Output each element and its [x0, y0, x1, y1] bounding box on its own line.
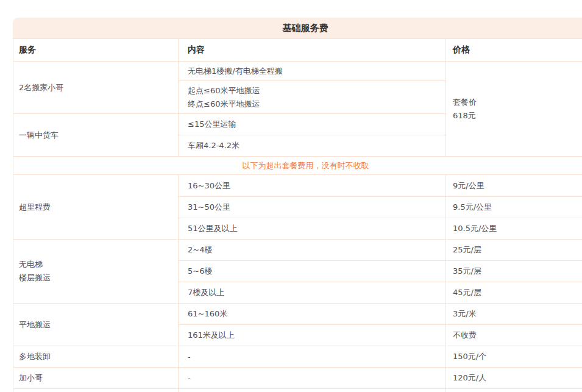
service-cell-stairs: 无电梯 楼层搬运: [13, 240, 179, 304]
table-row: 超里程费 16~30公里 9元/公里: [13, 175, 582, 197]
content-cell: 61~160米: [179, 304, 446, 325]
price-cell: 不收费: [446, 325, 582, 346]
table-row: 多地装卸 - 150元/个: [13, 346, 582, 368]
service-cell-truck: 一辆中货车: [13, 114, 179, 157]
package-price-label: 套餐价: [453, 96, 582, 109]
column-header-price: 价格: [446, 39, 582, 62]
service-cell-multi-stop: 多地装卸: [13, 346, 179, 368]
notice-row: 以下为超出套餐费用，没有时不收取: [13, 157, 582, 175]
price-cell: 120元/人: [446, 368, 582, 389]
price-cell: 3元/米: [446, 304, 582, 325]
content-cell: 7楼及以上: [179, 282, 446, 304]
price-cell-package: 套餐价 618元: [446, 62, 582, 157]
notice-text: 以下为超出套餐费用，没有时不收取: [13, 157, 582, 175]
content-line-start: 起点≤60米平地搬运: [188, 84, 445, 98]
content-line-end: 终点≤60米平地搬运: [188, 98, 445, 111]
service-line-1: 无电梯: [19, 258, 178, 271]
content-cell: [179, 389, 446, 392]
page: 基础服务费 服务 内容 价格 2名搬家小哥 无电梯1楼搬/有电梯全程搬 套餐价 …: [0, 0, 582, 392]
content-cell-truck-size: 车厢4.2-4.2米: [179, 135, 446, 157]
content-cell: 161米及以上: [179, 325, 446, 346]
content-cell: -: [179, 368, 446, 389]
service-cell-extra-worker: 加小哥: [13, 368, 179, 389]
column-header-content: 内容: [179, 39, 446, 62]
price-cell: 45元/层: [446, 282, 582, 304]
table-row-partial: [13, 389, 582, 392]
price-cell: 10.5元/公里: [446, 218, 582, 240]
content-cell-elevator: 无电梯1楼搬/有电梯全程搬: [179, 62, 446, 81]
content-cell-ground-distance: 起点≤60米平地搬运 终点≤60米平地搬运: [179, 81, 446, 114]
price-cell: 9元/公里: [446, 175, 582, 197]
table-row: 无电梯 楼层搬运 2~4楼 25元/层: [13, 240, 582, 261]
table-title: 基础服务费: [13, 18, 582, 38]
table-row: 加小哥 - 120元/人: [13, 368, 582, 389]
content-cell: 31~50公里: [179, 197, 446, 218]
price-cell: 25元/层: [446, 240, 582, 261]
service-cell-movers: 2名搬家小哥: [13, 62, 179, 114]
content-cell: 16~30公里: [179, 175, 446, 197]
table-row: 平地搬运 61~160米 3元/米: [13, 304, 582, 325]
service-line-2: 楼层搬运: [19, 271, 178, 285]
table-row: 2名搬家小哥 无电梯1楼搬/有电梯全程搬 套餐价 618元: [13, 62, 582, 81]
content-cell-transport: ≤15公里运输: [179, 114, 446, 135]
column-header-row: 服务 内容 价格: [13, 39, 582, 62]
column-header-service: 服务: [13, 39, 179, 62]
price-table-card: 基础服务费 服务 内容 价格 2名搬家小哥 无电梯1楼搬/有电梯全程搬 套餐价 …: [13, 18, 582, 392]
service-cell-mileage: 超里程费: [13, 175, 179, 240]
package-price-value: 618元: [453, 109, 582, 123]
price-cell: 35元/层: [446, 261, 582, 282]
content-cell: 5~6楼: [179, 261, 446, 282]
content-cell: 2~4楼: [179, 240, 446, 261]
price-cell: [446, 389, 582, 392]
price-cell: 150元/个: [446, 346, 582, 368]
content-cell: 51公里及以上: [179, 218, 446, 240]
service-cell-ground: 平地搬运: [13, 304, 179, 346]
service-cell: [13, 389, 179, 392]
content-cell: -: [179, 346, 446, 368]
price-cell: 9.5元/公里: [446, 197, 582, 218]
price-table: 服务 内容 价格 2名搬家小哥 无电梯1楼搬/有电梯全程搬 套餐价 618元 起…: [13, 38, 582, 392]
